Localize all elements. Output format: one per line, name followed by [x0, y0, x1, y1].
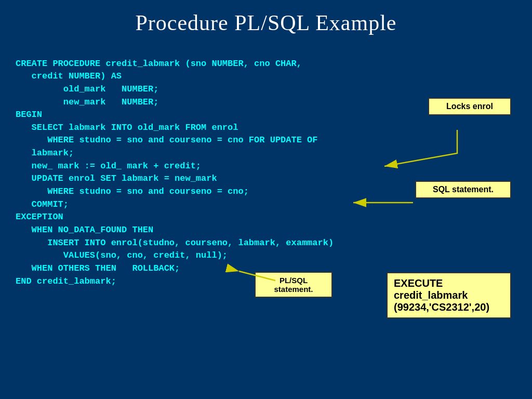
- code-line-6: SELECT labmark INTO old_mark FROM enrol: [16, 123, 238, 132]
- code-line-8: labmark;: [16, 148, 74, 158]
- code-line-15: INSERT INTO enrol(studno, courseno, labm…: [16, 238, 334, 248]
- plsql-statement-annotation: PL/SQL statement.: [255, 272, 332, 298]
- sql-statement-label: SQL statement.: [433, 185, 494, 194]
- code-line-18: END credit_labmark;: [16, 276, 116, 286]
- code-line-5: BEGIN: [16, 110, 42, 119]
- code-line-4: new_mark NUMBER;: [16, 97, 158, 107]
- execute-line1: EXECUTE: [394, 277, 443, 289]
- sql-statement-annotation: SQL statement.: [415, 181, 511, 198]
- code-line-7: WHERE studno = sno and courseno = cno FO…: [16, 135, 318, 145]
- code-line-9: new_ mark := old_ mark + credit;: [16, 161, 201, 171]
- code-line-10: UPDATE enrol SET labmark = new_mark: [16, 174, 217, 183]
- code-line-17: WHEN OTHERS THEN ROLLBACK;: [16, 263, 180, 273]
- execute-line2: credit_labmark: [394, 289, 468, 301]
- plsql-statement-line1: PL/SQL: [280, 276, 308, 285]
- code-line-13: EXCEPTION: [16, 212, 63, 222]
- code-line-3: old_mark NUMBER;: [16, 84, 158, 94]
- slide: Procedure PL/SQL Example CREATE PROCEDUR…: [0, 0, 532, 399]
- locks-enrol-annotation: Locks enrol: [428, 98, 511, 115]
- code-block: CREATE PROCEDURE credit_labmark (sno NUM…: [16, 45, 516, 301]
- code-line-16: VALUES(sno, cno, credit, null);: [16, 250, 228, 260]
- code-line-14: WHEN NO_DATA_FOUND THEN: [16, 225, 153, 235]
- plsql-statement-line2: statement.: [274, 285, 313, 294]
- code-line-1: CREATE PROCEDURE credit_labmark (sno NUM…: [16, 59, 302, 69]
- code-line-11: WHERE studno = sno and courseno = cno;: [16, 187, 249, 196]
- code-line-2: credit NUMBER) AS: [16, 71, 122, 81]
- execute-annotation: EXECUTE credit_labmark (99234,'CS2312',2…: [387, 272, 511, 318]
- locks-enrol-label: Locks enrol: [446, 102, 493, 111]
- execute-line3: (99234,'CS2312',20): [394, 301, 489, 313]
- slide-title: Procedure PL/SQL Example: [16, 10, 516, 35]
- code-line-12: COMMIT;: [16, 200, 69, 209]
